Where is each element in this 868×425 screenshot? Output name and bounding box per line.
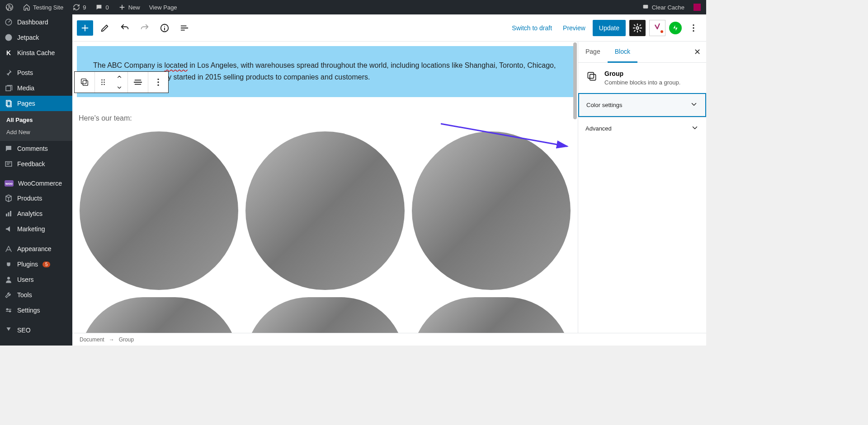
team-gallery-row2[interactable] (77, 297, 573, 333)
editor-canvas[interactable]: The ABC Company is located in Los Angele… (72, 42, 578, 333)
nav-label: Settings (17, 307, 40, 314)
nav-settings[interactable]: Settings (0, 303, 72, 318)
nav-label: Feedback (17, 160, 45, 168)
tab-block[interactable]: Block (608, 42, 637, 63)
nav-add-new[interactable]: Add New (0, 126, 72, 138)
nav-marketing[interactable]: Marketing (0, 221, 72, 237)
nav-plugins[interactable]: Plugins 5 (0, 257, 72, 272)
breadcrumb-document[interactable]: Document (80, 336, 104, 343)
nav-label: Plugins (17, 261, 38, 268)
comments-link[interactable]: 0 (93, 3, 110, 11)
nav-label: Tools (17, 291, 32, 299)
edit-mode-button[interactable] (97, 20, 113, 36)
nav-media[interactable]: Media (0, 80, 72, 96)
scrollbar[interactable] (573, 42, 577, 119)
team-image[interactable] (80, 297, 238, 333)
chevron-down-icon (691, 124, 699, 133)
team-image[interactable] (245, 131, 404, 290)
team-gallery[interactable] (77, 131, 573, 290)
nav-seo[interactable]: SEO (0, 322, 72, 338)
team-image[interactable] (80, 131, 238, 290)
tab-page[interactable]: Page (578, 42, 608, 63)
view-page-link[interactable]: View Page (147, 4, 179, 11)
nav-label: Kinsta Cache (17, 49, 55, 56)
switch-to-draft-button[interactable]: Switch to draft (508, 20, 556, 36)
preview-button[interactable]: Preview (559, 20, 589, 36)
nav-products[interactable]: Products (0, 191, 72, 206)
settings-gear-button[interactable] (629, 20, 646, 36)
info-button[interactable] (156, 20, 173, 36)
nav-pages-submenu: All Pages Add New (0, 111, 72, 141)
kinsta-icon: K (5, 49, 13, 57)
editor-toolbar: Switch to draft Preview Update (72, 14, 706, 42)
nav-label: Analytics (17, 210, 42, 217)
nav-kinsta[interactable]: KKinsta Cache (0, 45, 72, 61)
add-block-button[interactable] (77, 20, 93, 36)
nav-label: Posts (17, 69, 33, 76)
nav-pages[interactable]: Pages (0, 96, 72, 111)
block-type-button[interactable] (75, 72, 94, 93)
nav-users[interactable]: Users (0, 272, 72, 287)
nav-dashboard[interactable]: Dashboard (0, 14, 72, 30)
nav-woocommerce[interactable]: wooWooCommerce (0, 176, 72, 191)
new-link[interactable]: New (116, 3, 142, 11)
nav-label: Pages (17, 100, 35, 107)
clear-cache-link[interactable]: Clear Cache (640, 3, 686, 11)
wp-logo[interactable] (4, 3, 15, 11)
settings-icon (5, 306, 13, 314)
nav-label: Dashboard (17, 19, 48, 26)
yoast-button[interactable] (649, 20, 665, 36)
team-image[interactable] (245, 297, 404, 333)
svg-point-27 (157, 79, 159, 80)
team-heading[interactable]: Here's our team: (79, 114, 573, 122)
analytics-icon (5, 210, 13, 218)
nav-all-pages[interactable]: All Pages (0, 114, 72, 126)
svg-rect-10 (10, 211, 11, 216)
more-options-button[interactable] (685, 20, 702, 36)
woo-icon: woo (5, 180, 14, 187)
breadcrumb-group[interactable]: Group (119, 336, 134, 343)
color-settings-panel[interactable]: Color settings (578, 93, 706, 117)
block-card: Group Combine blocks into a group. (578, 63, 706, 93)
jetpack-button[interactable] (669, 22, 682, 34)
nav-analytics[interactable]: Analytics (0, 206, 72, 221)
drag-handle[interactable] (95, 72, 111, 93)
profile-link[interactable] (692, 4, 703, 11)
nav-label: Jetpack (17, 34, 39, 41)
nav-posts[interactable]: Posts (0, 65, 72, 80)
nav-label: Products (17, 195, 42, 202)
updates-link[interactable]: 9 (71, 3, 88, 11)
nav-appearance[interactable]: Appearance (0, 241, 72, 257)
feedback-icon (5, 160, 13, 168)
svg-point-3 (5, 34, 12, 41)
advanced-panel[interactable]: Advanced (578, 117, 706, 140)
nav-tools[interactable]: Tools (0, 287, 72, 303)
site-link[interactable]: Testing Site (21, 3, 65, 11)
media-icon (5, 84, 13, 92)
site-name: Testing Site (33, 4, 63, 11)
outline-button[interactable] (176, 20, 193, 36)
block-more-button[interactable] (148, 72, 168, 93)
nav-feedback[interactable]: Feedback (0, 156, 72, 172)
appearance-icon (5, 245, 13, 253)
move-down-button[interactable] (111, 82, 127, 93)
svg-rect-9 (8, 212, 9, 216)
move-up-button[interactable] (111, 71, 127, 82)
nav-comments[interactable]: Comments (0, 141, 72, 156)
home-icon (23, 3, 31, 11)
team-image[interactable] (412, 131, 571, 290)
close-inspector-button[interactable]: ✕ (689, 42, 706, 62)
comments-count: 0 (105, 4, 108, 11)
view-page-label: View Page (149, 4, 177, 11)
undo-button[interactable] (117, 20, 133, 36)
update-button[interactable]: Update (593, 20, 626, 36)
nav-jetpack[interactable]: Jetpack (0, 30, 72, 45)
redo-button[interactable] (137, 20, 153, 36)
align-button[interactable] (128, 72, 148, 93)
svg-point-26 (104, 84, 105, 85)
comment-icon (5, 145, 13, 153)
team-image[interactable] (412, 297, 571, 333)
breadcrumb: Document → Group (72, 333, 706, 346)
svg-point-12 (7, 308, 8, 310)
svg-point-28 (157, 81, 159, 83)
